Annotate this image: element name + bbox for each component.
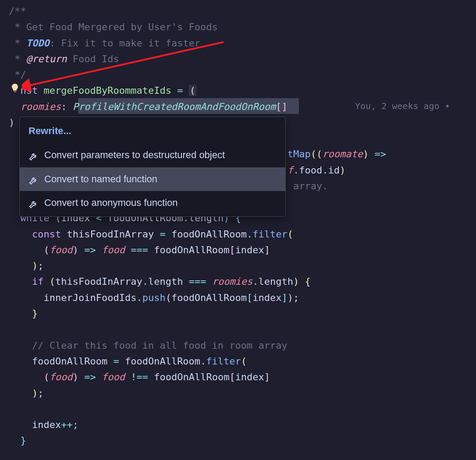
code-line: }: [9, 306, 476, 322]
menu-item-label: Convert to anonymous function: [44, 195, 178, 211]
menu-item-label: Convert to named function: [44, 171, 157, 187]
menu-item-convert-destructured[interactable]: Convert parameters to destructured objec…: [20, 143, 285, 167]
code-line: * Get Food Mergered by User's Foods: [9, 19, 476, 35]
code-line: [9, 322, 476, 337]
code-line: /**: [9, 4, 476, 19]
code-action-menu[interactable]: Rewrite... Convert parameters to destruc…: [19, 117, 286, 217]
code-line: const thisFoodInArray = foodOnAllRoom.fi…: [9, 226, 476, 242]
code-line: * @return Food Ids: [9, 51, 476, 67]
code-line: );: [9, 386, 476, 401]
code-line: * TODO: Fix it to make it faster: [9, 35, 476, 51]
code-line: innerJoinFoodIds.push(foodOnAllRoom[inde…: [9, 290, 476, 306]
code-line: (food) => food !== foodOnAllRoom[index]: [9, 369, 476, 385]
code-line: }: [9, 433, 476, 449]
code-line: const mergeFoodByRoommateIds = (: [9, 83, 476, 99]
wrench-icon: [28, 174, 38, 184]
code-editor[interactable]: /** * Get Food Mergered by User's Foods …: [0, 0, 476, 449]
code-line: foodOnAllRoom = foodOnAllRoom.filter(: [9, 354, 476, 369]
lightbulb-icon[interactable]: [10, 82, 20, 93]
menu-item-label: Convert parameters to destructured objec…: [44, 147, 225, 163]
menu-item-convert-named[interactable]: Convert to named function: [20, 167, 285, 191]
code-line: index++;: [9, 417, 476, 433]
code-line: // Clear this food in all food in room a…: [9, 338, 476, 354]
code-line: (food) => food === foodOnAllRoom[index]: [9, 242, 476, 258]
code-line: if (thisFoodInArray.length === roomies.l…: [9, 274, 476, 290]
code-line: [9, 401, 476, 417]
wrench-icon: [28, 198, 38, 208]
code-line: );: [9, 258, 476, 274]
menu-item-convert-anonymous[interactable]: Convert to anonymous function: [20, 191, 285, 215]
code-line: */: [9, 67, 476, 83]
wrench-icon: [28, 150, 38, 160]
code-line: roomies: ProfileWithCreatedRoomAndFoodOn…: [9, 99, 476, 115]
menu-header: Rewrite...: [20, 119, 285, 143]
